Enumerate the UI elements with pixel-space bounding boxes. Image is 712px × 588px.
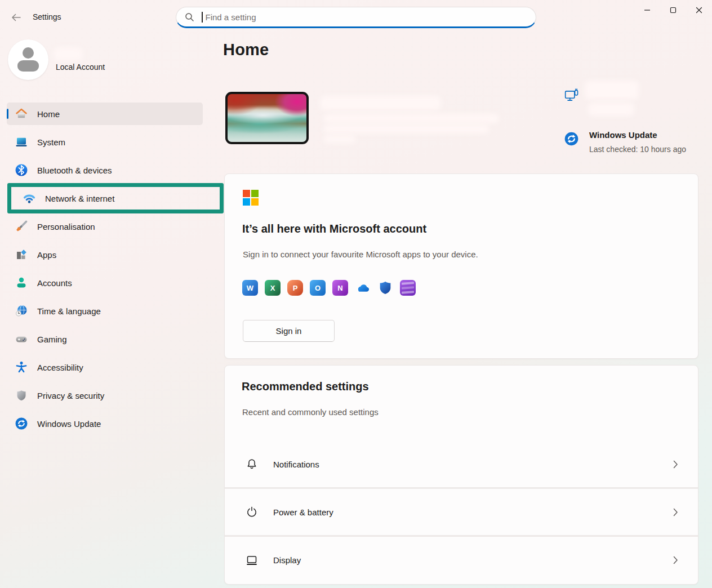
outlook-icon: O bbox=[310, 280, 326, 296]
recommended-settings-card: Recommended settings Recent and commonly… bbox=[224, 365, 698, 585]
sidebar-item-network-internet[interactable]: Network & internet bbox=[11, 187, 220, 210]
account-card-title: It’s all here with Microsoft account bbox=[242, 222, 426, 235]
recommended-title: Recommended settings bbox=[242, 380, 369, 393]
chevron-right-icon bbox=[673, 460, 678, 469]
redacted-device-name bbox=[320, 96, 441, 110]
person-icon bbox=[15, 276, 28, 289]
text-caret bbox=[202, 12, 203, 23]
microsoft-account-card: It’s all here with Microsoft account Sig… bbox=[224, 173, 698, 359]
row-notifications[interactable]: Notifications bbox=[225, 441, 698, 487]
windows-update-subtitle: Last checked: 10 hours ago bbox=[589, 145, 686, 154]
sidebar-item-label: Bluetooth & devices bbox=[37, 166, 112, 175]
display-icon bbox=[245, 553, 259, 567]
sidebar-item-label: Apps bbox=[37, 250, 56, 260]
bluetooth-icon bbox=[15, 163, 28, 177]
redacted-network-status bbox=[588, 103, 634, 116]
maximize-icon bbox=[670, 7, 677, 14]
sidebar-item-label: System bbox=[37, 137, 65, 147]
sidebar-nav: Home System Bluetooth & devices bbox=[7, 103, 203, 440]
sidebar-item-accessibility[interactable]: Accessibility bbox=[7, 356, 203, 378]
sidebar-item-label: Network & internet bbox=[45, 194, 114, 203]
sidebar-item-label: Privacy & security bbox=[37, 391, 104, 400]
close-icon bbox=[696, 7, 702, 14]
shield-icon bbox=[15, 389, 28, 402]
redacted-network-status bbox=[585, 81, 639, 100]
sidebar-item-label: Time & language bbox=[37, 306, 101, 316]
onenote-icon: N bbox=[332, 280, 348, 296]
sidebar-item-accounts[interactable]: Accounts bbox=[7, 271, 203, 294]
search-icon bbox=[185, 12, 194, 22]
sign-in-button[interactable]: Sign in bbox=[243, 320, 335, 342]
paintbrush-icon bbox=[15, 220, 28, 233]
microsoft-logo-icon bbox=[243, 190, 259, 206]
minimize-icon bbox=[644, 7, 651, 14]
system-icon bbox=[15, 135, 28, 149]
sidebar-item-personalisation[interactable]: Personalisation bbox=[7, 215, 203, 238]
row-power-battery[interactable]: Power & battery bbox=[225, 489, 698, 535]
row-label: Display bbox=[273, 555, 301, 565]
sidebar: Local Account Home System bbox=[0, 34, 224, 588]
redacted-device-info bbox=[323, 135, 356, 143]
chevron-right-icon bbox=[673, 508, 678, 516]
accessibility-icon bbox=[15, 360, 28, 374]
recommended-subtitle: Recent and commonly used settings bbox=[242, 407, 379, 417]
excel-icon: X bbox=[265, 280, 281, 296]
microsoft-apps-row: W X P O N bbox=[242, 280, 416, 296]
app-title: Settings bbox=[33, 12, 61, 21]
search-box[interactable] bbox=[176, 7, 536, 28]
row-display[interactable]: Display bbox=[225, 537, 698, 583]
sidebar-item-time-language[interactable]: Time & language bbox=[7, 300, 203, 322]
home-icon bbox=[15, 107, 28, 121]
sidebar-item-system[interactable]: System bbox=[7, 131, 203, 153]
account-card-subtitle: Sign in to connect your favourite Micros… bbox=[243, 250, 478, 259]
wifi-icon bbox=[23, 191, 36, 205]
maximize-button[interactable] bbox=[660, 0, 686, 20]
avatar bbox=[8, 39, 48, 80]
redacted-user-name bbox=[54, 47, 83, 61]
row-label: Notifications bbox=[273, 460, 319, 469]
sidebar-item-gaming[interactable]: Gaming bbox=[7, 328, 203, 350]
word-icon: W bbox=[242, 280, 258, 296]
power-icon bbox=[245, 505, 259, 519]
sidebar-item-windows-update[interactable]: Windows Update bbox=[7, 412, 203, 435]
minimize-button[interactable] bbox=[634, 0, 660, 20]
avatar-torso bbox=[17, 60, 39, 72]
redacted-device-info bbox=[323, 114, 499, 123]
microsoft-365-icon bbox=[400, 280, 416, 296]
search-input[interactable] bbox=[204, 12, 497, 23]
sidebar-item-label: Personalisation bbox=[37, 222, 95, 231]
titlebar: Settings bbox=[0, 0, 712, 34]
chevron-right-icon bbox=[673, 556, 678, 564]
sidebar-item-label: Home bbox=[37, 109, 60, 119]
apps-icon bbox=[15, 248, 28, 261]
windows-update-icon bbox=[564, 131, 579, 146]
connected-monitor-icon bbox=[564, 87, 580, 104]
main-content: Home Windows Update bbox=[224, 34, 698, 588]
settings-window: Settings Local Accou bbox=[0, 0, 712, 588]
windows-update-title: Windows Update bbox=[589, 130, 657, 140]
redacted-device-info bbox=[323, 124, 490, 133]
sidebar-item-label: Accounts bbox=[37, 278, 72, 288]
onedrive-icon bbox=[355, 280, 371, 296]
sidebar-item-label: Windows Update bbox=[37, 419, 101, 429]
powerpoint-icon: P bbox=[287, 280, 303, 296]
sidebar-item-apps[interactable]: Apps bbox=[7, 243, 203, 266]
back-arrow-icon bbox=[11, 13, 22, 22]
globe-clock-icon bbox=[15, 304, 28, 318]
sidebar-item-label: Accessibility bbox=[37, 363, 83, 372]
sidebar-item-privacy-security[interactable]: Privacy & security bbox=[7, 384, 203, 407]
account-type-label: Local Account bbox=[56, 63, 105, 72]
avatar-head bbox=[23, 47, 34, 59]
network-status-card[interactable] bbox=[564, 87, 580, 106]
sidebar-item-home[interactable]: Home bbox=[7, 103, 203, 125]
annotation-highlight-box: Network & internet bbox=[7, 183, 224, 213]
page-title: Home bbox=[223, 41, 269, 59]
bell-icon bbox=[245, 457, 259, 471]
close-button[interactable] bbox=[686, 0, 712, 20]
recommended-rows: Notifications Power & battery bbox=[225, 441, 698, 583]
back-button[interactable] bbox=[7, 10, 26, 25]
sidebar-item-bluetooth-devices[interactable]: Bluetooth & devices bbox=[7, 159, 203, 181]
row-label: Power & battery bbox=[273, 507, 333, 517]
device-wallpaper-thumbnail bbox=[225, 92, 309, 144]
gamepad-icon bbox=[15, 332, 28, 346]
